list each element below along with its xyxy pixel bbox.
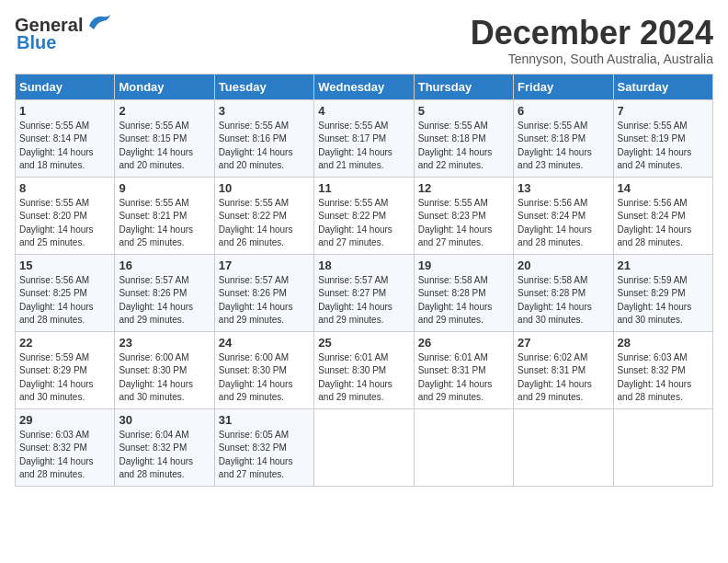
day-info: Sunrise: 5:55 AMSunset: 8:19 PMDaylight:… [618,121,692,171]
calendar-cell [414,408,513,486]
day-info: Sunrise: 5:56 AMSunset: 8:24 PMDaylight:… [618,198,692,248]
calendar-cell: 10 Sunrise: 5:55 AMSunset: 8:22 PMDaylig… [214,177,313,254]
day-number: 19 [418,259,509,272]
day-number: 8 [19,181,110,195]
day-info: Sunrise: 6:01 AMSunset: 8:31 PMDaylight:… [418,352,493,403]
day-number: 7 [618,104,709,118]
calendar-cell: 1 Sunrise: 5:55 AMSunset: 8:14 PMDayligh… [16,99,115,177]
calendar-cell [314,408,414,486]
weekday-header-row: SundayMondayTuesdayWednesdayThursdayFrid… [16,74,713,99]
day-number: 26 [418,336,509,350]
day-number: 25 [318,336,409,350]
day-number: 23 [119,336,210,350]
calendar-cell: 28 Sunrise: 6:03 AMSunset: 8:32 PMDaylig… [613,331,712,408]
day-info: Sunrise: 6:03 AMSunset: 8:32 PMDaylight:… [618,352,692,403]
logo-blue: Blue [17,32,56,53]
day-info: Sunrise: 5:55 AMSunset: 8:16 PMDaylight:… [219,121,293,171]
day-info: Sunrise: 5:57 AMSunset: 8:26 PMDaylight:… [219,275,293,326]
logo: General Blue [15,15,112,53]
calendar-cell [514,408,613,486]
weekday-header: Thursday [414,74,513,99]
day-info: Sunrise: 5:57 AMSunset: 8:26 PMDaylight:… [119,275,193,326]
location-subtitle: Tennyson, South Australia, Australia [471,52,713,66]
calendar-cell: 27 Sunrise: 6:02 AMSunset: 8:31 PMDaylig… [514,331,613,408]
day-info: Sunrise: 6:03 AMSunset: 8:32 PMDaylight:… [19,430,94,480]
calendar-cell: 15 Sunrise: 5:56 AMSunset: 8:25 PMDaylig… [16,254,115,331]
calendar-week-row: 1 Sunrise: 5:55 AMSunset: 8:14 PMDayligh… [16,99,713,177]
day-number: 31 [219,413,310,427]
calendar-cell: 3 Sunrise: 5:55 AMSunset: 8:16 PMDayligh… [214,99,313,177]
day-info: Sunrise: 5:55 AMSunset: 8:22 PMDaylight:… [318,198,392,248]
day-number: 5 [418,104,509,118]
day-number: 21 [618,259,709,272]
day-number: 6 [518,104,609,118]
day-number: 3 [219,104,310,118]
day-number: 24 [219,336,310,350]
day-number: 15 [19,259,110,272]
calendar-cell: 11 Sunrise: 5:55 AMSunset: 8:22 PMDaylig… [314,177,414,254]
day-info: Sunrise: 5:58 AMSunset: 8:28 PMDaylight:… [418,275,493,326]
day-number: 9 [119,181,210,195]
day-info: Sunrise: 5:55 AMSunset: 8:17 PMDaylight:… [318,121,392,171]
day-info: Sunrise: 5:55 AMSunset: 8:18 PMDaylight:… [418,121,493,171]
day-info: Sunrise: 5:57 AMSunset: 8:27 PMDaylight:… [318,275,392,326]
day-number: 30 [119,413,210,427]
day-number: 27 [518,336,609,350]
day-number: 1 [19,104,110,118]
day-number: 2 [119,104,210,118]
calendar-cell: 25 Sunrise: 6:01 AMSunset: 8:30 PMDaylig… [314,331,414,408]
day-info: Sunrise: 5:56 AMSunset: 8:24 PMDaylight:… [518,198,592,248]
day-number: 13 [518,181,609,195]
calendar-cell: 12 Sunrise: 5:55 AMSunset: 8:23 PMDaylig… [414,177,513,254]
calendar-week-row: 29 Sunrise: 6:03 AMSunset: 8:32 PMDaylig… [16,408,713,486]
calendar-cell: 22 Sunrise: 5:59 AMSunset: 8:29 PMDaylig… [16,331,115,408]
calendar-cell: 21 Sunrise: 5:59 AMSunset: 8:29 PMDaylig… [613,254,712,331]
weekday-header: Friday [514,74,613,99]
day-number: 14 [618,181,709,195]
day-number: 4 [318,104,409,118]
day-info: Sunrise: 5:59 AMSunset: 8:29 PMDaylight:… [618,275,692,326]
calendar-cell: 20 Sunrise: 5:58 AMSunset: 8:28 PMDaylig… [514,254,613,331]
calendar-cell: 24 Sunrise: 6:00 AMSunset: 8:30 PMDaylig… [214,331,313,408]
day-number: 10 [219,181,310,195]
day-info: Sunrise: 5:55 AMSunset: 8:18 PMDaylight:… [518,121,592,171]
calendar-cell: 13 Sunrise: 5:56 AMSunset: 8:24 PMDaylig… [514,177,613,254]
logo-bird-icon [85,13,112,33]
day-number: 12 [418,181,509,195]
calendar-cell: 9 Sunrise: 5:55 AMSunset: 8:21 PMDayligh… [115,177,214,254]
calendar-week-row: 22 Sunrise: 5:59 AMSunset: 8:29 PMDaylig… [16,331,713,408]
day-info: Sunrise: 5:59 AMSunset: 8:29 PMDaylight:… [19,352,94,403]
day-info: Sunrise: 6:00 AMSunset: 8:30 PMDaylight:… [119,352,193,403]
calendar-cell: 19 Sunrise: 5:58 AMSunset: 8:28 PMDaylig… [414,254,513,331]
day-number: 16 [119,259,210,272]
day-number: 11 [318,181,409,195]
day-info: Sunrise: 5:56 AMSunset: 8:25 PMDaylight:… [19,275,94,326]
calendar-cell: 7 Sunrise: 5:55 AMSunset: 8:19 PMDayligh… [613,99,712,177]
title-block: December 2024 Tennyson, South Australia,… [471,15,713,66]
day-info: Sunrise: 6:01 AMSunset: 8:30 PMDaylight:… [318,352,392,403]
weekday-header: Saturday [613,74,712,99]
day-info: Sunrise: 5:55 AMSunset: 8:23 PMDaylight:… [418,198,493,248]
weekday-header: Tuesday [214,74,313,99]
calendar-cell: 18 Sunrise: 5:57 AMSunset: 8:27 PMDaylig… [314,254,414,331]
calendar-cell: 23 Sunrise: 6:00 AMSunset: 8:30 PMDaylig… [115,331,214,408]
calendar-cell: 29 Sunrise: 6:03 AMSunset: 8:32 PMDaylig… [16,408,115,486]
calendar-cell: 17 Sunrise: 5:57 AMSunset: 8:26 PMDaylig… [214,254,313,331]
weekday-header: Sunday [16,74,115,99]
calendar-cell: 30 Sunrise: 6:04 AMSunset: 8:32 PMDaylig… [115,408,214,486]
day-number: 22 [19,336,110,350]
calendar-cell: 6 Sunrise: 5:55 AMSunset: 8:18 PMDayligh… [514,99,613,177]
calendar-week-row: 15 Sunrise: 5:56 AMSunset: 8:25 PMDaylig… [16,254,713,331]
day-info: Sunrise: 6:05 AMSunset: 8:32 PMDaylight:… [219,430,293,480]
calendar-cell: 2 Sunrise: 5:55 AMSunset: 8:15 PMDayligh… [115,99,214,177]
calendar-cell: 14 Sunrise: 5:56 AMSunset: 8:24 PMDaylig… [613,177,712,254]
day-info: Sunrise: 5:55 AMSunset: 8:21 PMDaylight:… [119,198,193,248]
calendar-cell: 31 Sunrise: 6:05 AMSunset: 8:32 PMDaylig… [214,408,313,486]
day-number: 18 [318,259,409,272]
day-info: Sunrise: 6:04 AMSunset: 8:32 PMDaylight:… [119,430,193,480]
day-info: Sunrise: 5:55 AMSunset: 8:20 PMDaylight:… [19,198,94,248]
day-info: Sunrise: 5:55 AMSunset: 8:22 PMDaylight:… [219,198,293,248]
weekday-header: Monday [115,74,214,99]
weekday-header: Wednesday [314,74,414,99]
calendar-cell: 16 Sunrise: 5:57 AMSunset: 8:26 PMDaylig… [115,254,214,331]
